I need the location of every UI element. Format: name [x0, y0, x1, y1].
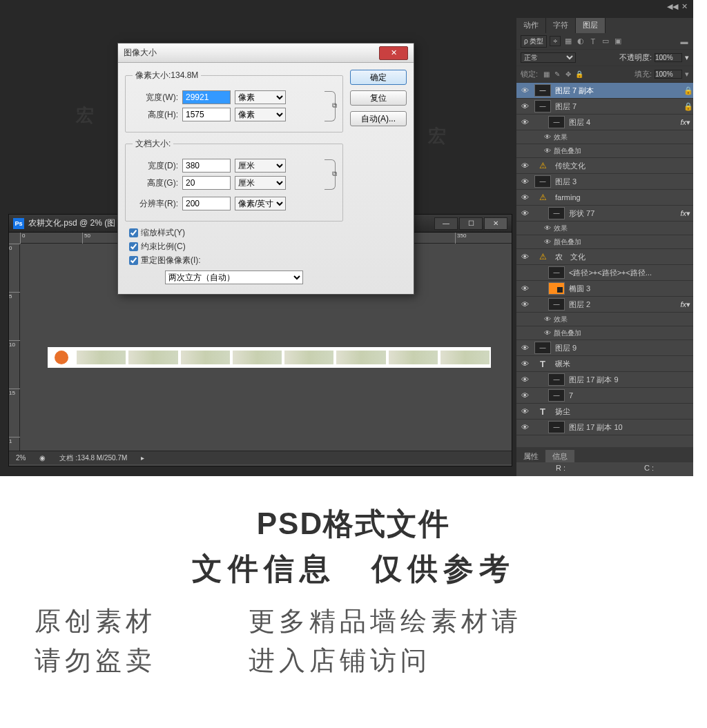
visibility-icon[interactable]: 👁	[519, 407, 530, 415]
layer-effect-row[interactable]: 👁颜色叠加	[516, 326, 693, 340]
layer-row[interactable]: 👁 椭圆 3	[516, 281, 693, 297]
panel-close-icon[interactable]: ✕	[681, 2, 688, 11]
layer-row[interactable]: 👁 — 图层 7 🔒	[516, 99, 693, 115]
fx-icon[interactable]: fx	[674, 209, 686, 217]
link-wh-icon[interactable]	[325, 91, 336, 121]
lock-transparent-icon[interactable]: ▦	[542, 70, 550, 78]
filter-toggle-icon[interactable]: ▬	[679, 37, 689, 46]
visibility-icon[interactable]: 👁	[519, 423, 530, 431]
layer-row[interactable]: 👁 — 图层 9	[516, 340, 693, 356]
filter-kind-select[interactable]: ρ 类型	[521, 35, 547, 48]
filter-arrow[interactable]: ÷	[550, 36, 561, 46]
tab-layers[interactable]: 图层	[576, 18, 606, 33]
visibility-icon[interactable]: 👁	[519, 360, 530, 368]
tab-properties[interactable]: 属性	[516, 450, 545, 462]
panel-collapse-icon[interactable]: ◀◀	[667, 2, 678, 11]
visibility-icon[interactable]: 👁	[519, 177, 530, 186]
visibility-icon[interactable]: 👁	[519, 391, 530, 400]
height-g-unit[interactable]: 厘米	[235, 176, 286, 190]
minimize-button[interactable]: —	[434, 217, 458, 230]
zoom-level[interactable]: 2%	[16, 454, 26, 462]
layer-row[interactable]: 👁 ⚠ 农 文化	[516, 249, 693, 265]
layer-row[interactable]: 👁 — 图层 4 fx ▾	[516, 115, 693, 130]
tab-characters[interactable]: 字符	[546, 18, 576, 33]
height-g-input[interactable]	[182, 176, 231, 190]
visibility-icon[interactable]: 👁	[519, 161, 530, 170]
layer-row[interactable]: 👁 — 图层 17 副本 9	[516, 372, 693, 388]
lock-paint-icon[interactable]: ✎	[553, 70, 561, 78]
reset-button[interactable]: 复位	[350, 90, 407, 106]
opacity-arrow-icon[interactable]: ▾	[685, 53, 689, 62]
filter-text-icon[interactable]: T	[588, 37, 598, 46]
opacity-input[interactable]	[655, 53, 682, 62]
tab-info[interactable]: 信息	[545, 450, 574, 462]
expand-icon[interactable]: ▾	[686, 300, 693, 309]
layer-row[interactable]: 👁 — 图层 17 副本 10	[516, 420, 693, 435]
visibility-icon[interactable]: 👁	[519, 209, 530, 217]
expand-icon[interactable]: ▾	[686, 118, 693, 127]
width-d-unit[interactable]: 厘米	[235, 159, 286, 173]
resample-checkbox[interactable]	[129, 256, 138, 265]
layer-effect-row[interactable]: 👁效果	[516, 222, 693, 235]
layer-row[interactable]: 👁 T 扬尘	[516, 404, 693, 420]
visibility-icon[interactable]: 👁	[519, 375, 530, 384]
layer-row[interactable]: 👁 — 图层 7 副本 🔒	[516, 83, 693, 99]
status-arrow-icon[interactable]: ▸	[141, 454, 144, 462]
filter-smart-icon[interactable]: ▣	[613, 37, 623, 46]
fill-input[interactable]	[655, 70, 682, 79]
filter-shape-icon[interactable]: ▭	[601, 37, 610, 46]
visibility-icon[interactable]: 👁	[519, 86, 530, 95]
visibility-icon[interactable]: 👁	[519, 193, 530, 201]
visibility-icon[interactable]: 👁	[519, 284, 530, 293]
expand-icon[interactable]: ▾	[686, 209, 693, 218]
fx-icon[interactable]: fx	[674, 300, 686, 308]
lock-position-icon[interactable]: ✥	[564, 70, 572, 78]
layer-row[interactable]: 👁 ⚠ farming	[516, 190, 693, 206]
tab-actions[interactable]: 动作	[516, 18, 546, 33]
layer-row[interactable]: 👁 — 形状 77 fx ▾	[516, 206, 693, 222]
visibility-icon[interactable]: 👁	[519, 344, 530, 352]
dialog-close-button[interactable]: ✕	[379, 46, 408, 60]
fill-arrow-icon[interactable]: ▾	[685, 70, 689, 79]
width-w-unit[interactable]: 像素	[235, 90, 286, 104]
layer-row[interactable]: 👁 — 7	[516, 388, 693, 404]
layer-row[interactable]: 👁 ⚠ 传统文化	[516, 158, 693, 174]
layer-row[interactable]: 👁 — 图层 3	[516, 174, 693, 190]
filter-image-icon[interactable]: ▦	[563, 37, 573, 46]
constrain-checkbox[interactable]	[129, 242, 138, 251]
filter-adjust-icon[interactable]: ◐	[576, 37, 585, 46]
layer-effect-row[interactable]: 👁效果	[516, 130, 693, 144]
height-h-unit[interactable]: 像素	[235, 108, 286, 121]
width-d-input[interactable]	[182, 159, 231, 173]
lock-all-icon[interactable]: 🔒	[575, 70, 583, 78]
layer-row[interactable]: 👁 — <路径>+<路径>+<路径...	[516, 265, 693, 281]
visibility-icon[interactable]: 👁	[519, 102, 530, 110]
visibility-icon[interactable]: 👁	[519, 253, 530, 261]
maximize-button[interactable]: ☐	[459, 217, 483, 230]
height-h-input[interactable]	[182, 108, 231, 121]
blend-mode-select[interactable]: 正常	[521, 52, 576, 63]
resolution-unit[interactable]: 像素/英寸	[235, 197, 286, 210]
dialog-titlebar[interactable]: 图像大小 ✕	[118, 43, 414, 63]
auto-button[interactable]: 自动(A)...	[350, 111, 407, 126]
scale-styles-checkbox[interactable]	[129, 228, 138, 237]
link-doc-wh-icon[interactable]	[325, 159, 336, 190]
interpolation-select[interactable]: 两次立方（自动）	[165, 270, 303, 284]
status-nav-icon[interactable]: ◉	[39, 454, 46, 462]
layer-effect-row[interactable]: 👁颜色叠加	[516, 144, 693, 158]
layer-name: 碾米	[555, 359, 693, 369]
fx-icon[interactable]: fx	[674, 118, 686, 126]
width-w-input[interactable]	[182, 90, 231, 104]
ok-button[interactable]: 确定	[350, 70, 407, 85]
layer-effect-row[interactable]: 👁颜色叠加	[516, 235, 693, 249]
visibility-icon[interactable]: 👁	[519, 118, 530, 126]
layer-row[interactable]: 👁 T 碾米	[516, 356, 693, 372]
resolution-input[interactable]	[182, 197, 231, 210]
lock-label: 锁定:	[521, 69, 538, 79]
close-button[interactable]: ✕	[484, 217, 507, 230]
layer-name: 图层 2	[569, 299, 674, 310]
layer-row[interactable]: 👁 — 图层 2 fx ▾	[516, 297, 693, 313]
visibility-icon[interactable]: 👁	[519, 300, 530, 308]
layer-effect-row[interactable]: 👁效果	[516, 313, 693, 326]
promo-text: PSD格式文件 文件信息 仅供参考 原创素材 请勿盗卖 更多精品墙绘素材请 进入…	[0, 476, 707, 680]
